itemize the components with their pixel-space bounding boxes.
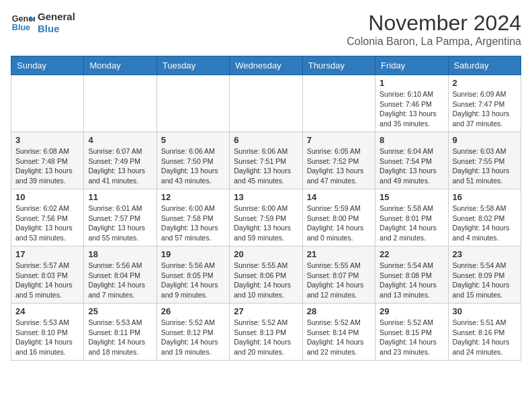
day-info: Sunrise: 5:51 AM Sunset: 8:16 PM Dayligh… [453,318,517,357]
day-info: Sunrise: 5:52 AM Sunset: 8:12 PM Dayligh… [161,318,225,357]
weekday-header-monday: Monday [84,56,157,75]
day-info: Sunrise: 5:57 AM Sunset: 8:03 PM Dayligh… [15,261,79,300]
day-number: 26 [161,306,225,316]
day-info: Sunrise: 5:56 AM Sunset: 8:04 PM Dayligh… [88,261,152,300]
day-number: 1 [380,78,443,88]
calendar-cell [302,75,375,132]
day-info: Sunrise: 6:06 AM Sunset: 7:51 PM Dayligh… [234,146,298,186]
day-info: Sunrise: 5:55 AM Sunset: 8:07 PM Dayligh… [307,261,371,300]
day-number: 22 [380,249,443,259]
day-number: 2 [453,78,517,88]
month-title: November 2024 [347,11,521,36]
week-row-2: 3Sunrise: 6:08 AM Sunset: 7:48 PM Daylig… [11,132,521,189]
calendar-cell: 23Sunrise: 5:54 AM Sunset: 8:09 PM Dayli… [448,246,521,304]
calendar-cell: 19Sunrise: 5:56 AM Sunset: 8:05 PM Dayli… [157,246,229,304]
day-info: Sunrise: 5:59 AM Sunset: 8:00 PM Dayligh… [307,203,371,243]
day-number: 27 [234,306,298,316]
day-info: Sunrise: 6:02 AM Sunset: 7:56 PM Dayligh… [15,203,79,243]
calendar-cell: 14Sunrise: 5:59 AM Sunset: 8:00 PM Dayli… [302,189,375,246]
calendar-cell: 1Sunrise: 6:10 AM Sunset: 7:46 PM Daylig… [375,75,448,132]
day-info: Sunrise: 5:53 AM Sunset: 8:11 PM Dayligh… [88,318,152,357]
calendar-cell: 3Sunrise: 6:08 AM Sunset: 7:48 PM Daylig… [11,132,84,189]
week-row-4: 17Sunrise: 5:57 AM Sunset: 8:03 PM Dayli… [11,246,521,304]
day-info: Sunrise: 6:07 AM Sunset: 7:49 PM Dayligh… [88,146,152,186]
day-number: 28 [307,306,371,316]
day-number: 11 [88,192,152,202]
day-info: Sunrise: 6:04 AM Sunset: 7:54 PM Dayligh… [380,146,443,186]
day-number: 19 [161,249,225,259]
calendar-cell [230,75,302,132]
calendar-cell: 8Sunrise: 6:04 AM Sunset: 7:54 PM Daylig… [375,132,448,189]
day-number: 29 [380,306,443,316]
calendar-cell: 16Sunrise: 5:58 AM Sunset: 8:02 PM Dayli… [448,189,521,246]
weekday-header-row: SundayMondayTuesdayWednesdayThursdayFrid… [11,56,521,75]
day-info: Sunrise: 5:58 AM Sunset: 8:01 PM Dayligh… [380,203,443,243]
calendar-cell: 27Sunrise: 5:52 AM Sunset: 8:13 PM Dayli… [230,304,302,361]
day-number: 23 [453,249,517,259]
calendar-cell: 2Sunrise: 6:09 AM Sunset: 7:47 PM Daylig… [448,75,521,132]
day-info: Sunrise: 6:08 AM Sunset: 7:48 PM Dayligh… [15,146,79,186]
calendar-cell: 6Sunrise: 6:06 AM Sunset: 7:51 PM Daylig… [230,132,302,189]
weekday-header-friday: Friday [375,56,448,75]
day-info: Sunrise: 5:52 AM Sunset: 8:14 PM Dayligh… [307,318,371,357]
weekday-header-thursday: Thursday [302,56,375,75]
day-info: Sunrise: 6:06 AM Sunset: 7:50 PM Dayligh… [161,146,225,186]
day-number: 9 [453,135,517,145]
day-number: 20 [234,249,298,259]
day-number: 13 [234,192,298,202]
logo-icon: General Blue [11,11,35,35]
weekday-header-wednesday: Wednesday [230,56,302,75]
day-number: 15 [380,192,443,202]
svg-text:Blue: Blue [12,23,30,32]
calendar-cell: 20Sunrise: 5:55 AM Sunset: 8:06 PM Dayli… [230,246,302,304]
day-info: Sunrise: 6:03 AM Sunset: 7:55 PM Dayligh… [453,146,517,186]
day-info: Sunrise: 5:54 AM Sunset: 8:08 PM Dayligh… [380,261,443,300]
calendar-cell: 18Sunrise: 5:56 AM Sunset: 8:04 PM Dayli… [84,246,157,304]
day-info: Sunrise: 5:54 AM Sunset: 8:09 PM Dayligh… [453,261,517,300]
calendar-cell: 26Sunrise: 5:52 AM Sunset: 8:12 PM Dayli… [157,304,229,361]
logo-blue: Blue [38,23,75,35]
day-number: 7 [307,135,371,145]
calendar-cell: 13Sunrise: 6:00 AM Sunset: 7:59 PM Dayli… [230,189,302,246]
calendar-cell: 22Sunrise: 5:54 AM Sunset: 8:08 PM Dayli… [375,246,448,304]
calendar: SundayMondayTuesdayWednesdayThursdayFrid… [11,56,521,361]
day-number: 4 [88,135,152,145]
day-info: Sunrise: 6:09 AM Sunset: 7:47 PM Dayligh… [453,89,517,129]
calendar-cell: 11Sunrise: 6:01 AM Sunset: 7:57 PM Dayli… [84,189,157,246]
calendar-cell: 21Sunrise: 5:55 AM Sunset: 8:07 PM Dayli… [302,246,375,304]
page-header: General Blue General Blue November 2024 … [11,11,521,48]
day-number: 12 [161,192,225,202]
calendar-cell [84,75,157,132]
day-number: 21 [307,249,371,259]
calendar-cell: 25Sunrise: 5:53 AM Sunset: 8:11 PM Dayli… [84,304,157,361]
title-block: November 2024 Colonia Baron, La Pampa, A… [347,11,521,48]
day-info: Sunrise: 6:00 AM Sunset: 7:58 PM Dayligh… [161,203,225,243]
day-info: Sunrise: 6:05 AM Sunset: 7:52 PM Dayligh… [307,146,371,186]
day-number: 17 [15,249,79,259]
logo: General Blue General Blue [11,11,75,35]
calendar-cell: 24Sunrise: 5:53 AM Sunset: 8:10 PM Dayli… [11,304,84,361]
calendar-cell: 12Sunrise: 6:00 AM Sunset: 7:58 PM Dayli… [157,189,229,246]
day-number: 6 [234,135,298,145]
day-number: 18 [88,249,152,259]
weekday-header-saturday: Saturday [448,56,521,75]
calendar-cell: 9Sunrise: 6:03 AM Sunset: 7:55 PM Daylig… [448,132,521,189]
day-number: 8 [380,135,443,145]
day-number: 30 [453,306,517,316]
calendar-cell: 29Sunrise: 5:52 AM Sunset: 8:15 PM Dayli… [375,304,448,361]
calendar-cell: 10Sunrise: 6:02 AM Sunset: 7:56 PM Dayli… [11,189,84,246]
weekday-header-sunday: Sunday [11,56,84,75]
calendar-cell: 5Sunrise: 6:06 AM Sunset: 7:50 PM Daylig… [157,132,229,189]
calendar-cell [11,75,84,132]
week-row-3: 10Sunrise: 6:02 AM Sunset: 7:56 PM Dayli… [11,189,521,246]
calendar-cell: 7Sunrise: 6:05 AM Sunset: 7:52 PM Daylig… [302,132,375,189]
weekday-header-tuesday: Tuesday [157,56,229,75]
day-number: 24 [15,306,79,316]
day-number: 3 [15,135,79,145]
day-info: Sunrise: 5:52 AM Sunset: 8:13 PM Dayligh… [234,318,298,357]
calendar-cell: 4Sunrise: 6:07 AM Sunset: 7:49 PM Daylig… [84,132,157,189]
day-number: 5 [161,135,225,145]
day-info: Sunrise: 5:55 AM Sunset: 8:06 PM Dayligh… [234,261,298,300]
day-info: Sunrise: 6:10 AM Sunset: 7:46 PM Dayligh… [380,89,443,129]
day-info: Sunrise: 6:00 AM Sunset: 7:59 PM Dayligh… [234,203,298,243]
